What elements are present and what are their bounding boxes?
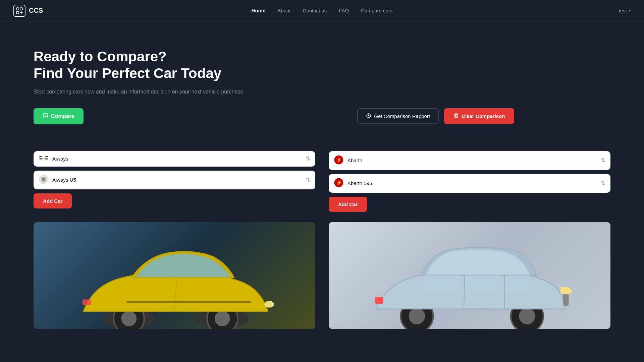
- model-select-2[interactable]: ⚡ Abarth 595 ⇅: [329, 174, 610, 193]
- logo[interactable]: CCS: [13, 5, 43, 17]
- brand-label-2: Abarth: [347, 158, 362, 163]
- aiways-brand-icon: [39, 155, 48, 163]
- nav-link-home[interactable]: Home: [252, 8, 266, 13]
- navbar: CCS Home About Contact us FAQ Compare ca…: [0, 0, 644, 21]
- nav-item-compare[interactable]: Compare cars: [361, 8, 392, 14]
- svg-point-18: [264, 301, 274, 307]
- brand-select-1[interactable]: Aiways ⇅: [34, 151, 315, 167]
- compare-col-1: Aiways ⇅ Aiways U5 ⇅: [34, 151, 315, 212]
- svg-point-21: [409, 308, 425, 324]
- model-select-2-left: ⚡ Abarth 595: [334, 178, 372, 189]
- brand-select-1-left: Aiways: [39, 155, 68, 163]
- hero-subtitle: Start comparing cars now and make an inf…: [34, 89, 610, 95]
- download-icon: [366, 113, 371, 119]
- brand-label-1: Aiways: [52, 156, 68, 162]
- nav-item-about[interactable]: About: [277, 8, 290, 14]
- user-menu[interactable]: test ▾: [619, 8, 631, 13]
- nav-links: Home About Contact us FAQ Compare cars: [252, 8, 393, 14]
- svg-rect-1: [20, 8, 22, 10]
- aiways-model-icon: [39, 175, 48, 185]
- svg-text:⚡: ⚡: [336, 157, 342, 163]
- svg-rect-28: [375, 297, 383, 304]
- brand-chevron-1-icon: ⇅: [306, 156, 310, 162]
- hero-actions: Compare Get Comparison Rapport Clear Com…: [34, 108, 610, 124]
- svg-rect-25: [465, 275, 501, 291]
- model-label-2: Abarth 595: [347, 180, 372, 186]
- nav-link-faq[interactable]: FAQ: [339, 8, 349, 13]
- hero-title: Ready to Compare? Find Your Perfect Car …: [34, 48, 610, 82]
- nav-item-contact[interactable]: Contact us: [303, 8, 327, 14]
- svg-point-15: [121, 311, 137, 326]
- model-chevron-1-icon: ⇅: [306, 177, 310, 183]
- user-label: test: [619, 8, 627, 13]
- hero-title-line1: Ready to Compare?: [34, 49, 167, 64]
- brand-chevron-2-icon: ⇅: [601, 157, 605, 164]
- svg-rect-0: [16, 8, 19, 10]
- brand-select-2[interactable]: ⚡ Abarth ⇅: [329, 151, 610, 170]
- brand-select-2-left: ⚡ Abarth: [334, 155, 362, 166]
- trash-icon: [453, 113, 459, 119]
- model-select-1-left: Aiways U5: [39, 175, 76, 185]
- compare-col-2: ⚡ Abarth ⇅ ⚡ Abarth 595: [329, 151, 610, 212]
- svg-rect-26: [505, 275, 529, 291]
- car-images-section: [0, 212, 644, 329]
- svg-rect-19: [83, 299, 91, 305]
- model-chevron-2-icon: ⇅: [601, 180, 605, 186]
- hero-title-line2: Find Your Perfect Car Today: [34, 65, 221, 81]
- svg-rect-2: [16, 11, 19, 14]
- model-label-1: Aiways U5: [52, 177, 76, 183]
- add-car-button-1[interactable]: Add Car: [34, 193, 72, 208]
- model-select-1[interactable]: Aiways U5 ⇅: [34, 171, 315, 189]
- abarth-brand-icon: ⚡: [334, 155, 343, 166]
- nav-item-faq[interactable]: FAQ: [339, 8, 349, 14]
- nav-link-about[interactable]: About: [277, 8, 290, 13]
- svg-point-23: [519, 308, 535, 324]
- compare-section: Aiways ⇅ Aiways U5 ⇅: [0, 144, 644, 212]
- bookmark-icon: [43, 113, 48, 120]
- svg-point-6: [42, 178, 45, 181]
- svg-point-17: [215, 311, 230, 326]
- nav-item-home[interactable]: Home: [252, 8, 266, 14]
- abarth-model-icon: ⚡: [334, 178, 343, 189]
- rapport-button[interactable]: Get Comparison Rapport: [357, 108, 439, 124]
- clear-comparison-button[interactable]: Clear Comparison: [444, 108, 514, 124]
- svg-rect-24: [423, 275, 461, 291]
- svg-text:⚡: ⚡: [336, 180, 342, 186]
- nav-link-compare[interactable]: Compare cars: [361, 8, 392, 13]
- car-image-2: [329, 222, 610, 329]
- compare-grid: Aiways ⇅ Aiways U5 ⇅: [34, 151, 610, 212]
- nav-link-contact[interactable]: Contact us: [303, 8, 327, 13]
- add-car-button-2[interactable]: Add Car: [329, 197, 367, 212]
- compare-button[interactable]: Compare: [34, 108, 84, 124]
- logo-icon: [13, 5, 25, 17]
- hero-section: Ready to Compare? Find Your Perfect Car …: [0, 21, 644, 144]
- car-image-1: [34, 222, 315, 329]
- svg-rect-27: [563, 294, 569, 306]
- user-chevron-icon: ▾: [629, 9, 631, 12]
- logo-text: CCS: [29, 7, 43, 14]
